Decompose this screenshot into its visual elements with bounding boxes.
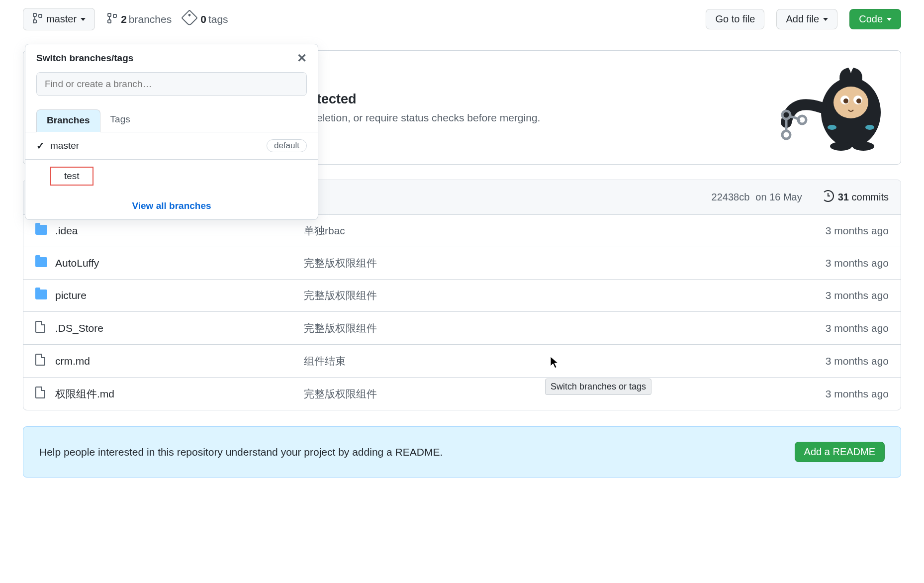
branch-icon <box>107 12 121 26</box>
add-file-label: Add file <box>786 13 819 25</box>
svg-point-1 <box>833 87 868 118</box>
file-age: 3 months ago <box>779 355 889 367</box>
add-readme-button[interactable]: Add a README <box>795 442 885 462</box>
default-badge: default <box>267 139 307 152</box>
octocat-illustration <box>756 63 886 152</box>
file-row[interactable]: AutoLuffy完整版权限组件3 months ago <box>23 247 901 280</box>
svg-point-5 <box>856 98 861 103</box>
branches-label: branches <box>129 13 172 25</box>
history-icon <box>822 190 838 204</box>
commits-count: 31 <box>838 192 849 203</box>
readme-prompt: Help people interested in this repositor… <box>23 426 901 478</box>
branches-count: 2 <box>121 13 127 25</box>
commits-label: commits <box>852 192 889 203</box>
tooltip: Switch branches or tags <box>545 379 651 395</box>
file-age: 3 months ago <box>779 388 889 400</box>
branch-search-input[interactable] <box>36 72 307 96</box>
branch-switcher-popover: Switch branches/tags ✕ Branches Tags ✓ma… <box>25 44 318 220</box>
file-icon <box>35 387 45 398</box>
tag-icon <box>184 12 200 26</box>
file-icon <box>35 321 45 333</box>
folder-icon <box>35 225 47 235</box>
file-row[interactable]: .DS_Store完整版权限组件3 months ago <box>23 312 901 345</box>
commit-message[interactable]: 完整版权限组件 <box>304 289 779 302</box>
branch-name: master <box>50 140 79 151</box>
branches-link[interactable]: 2 branches <box>107 12 172 26</box>
svg-point-12 <box>865 125 874 130</box>
commit-message[interactable]: 完整版权限组件 <box>304 387 779 401</box>
branch-switcher-button[interactable]: master <box>23 8 95 30</box>
file-icon <box>35 354 45 366</box>
chevron-down-icon <box>81 18 86 21</box>
file-name[interactable]: .idea <box>55 225 304 237</box>
file-name[interactable]: crm.md <box>55 355 304 367</box>
check-icon: ✓ <box>36 140 50 152</box>
code-label: Code <box>859 13 883 25</box>
code-button[interactable]: Code <box>849 9 901 29</box>
popover-title: Switch branches/tags <box>36 53 133 64</box>
add-file-button[interactable]: Add file <box>776 9 837 29</box>
file-age: 3 months ago <box>779 290 889 301</box>
tags-label: tags <box>208 13 228 25</box>
tags-link[interactable]: 0 tags <box>184 12 228 26</box>
view-all-branches-link[interactable]: View all branches <box>25 193 318 219</box>
svg-point-3 <box>843 98 848 103</box>
file-name[interactable]: .DS_Store <box>55 322 304 334</box>
file-row[interactable]: 权限组件.md完整版权限组件3 months ago <box>23 378 901 410</box>
file-age: 3 months ago <box>779 225 889 237</box>
commit-sha[interactable]: 22438cb <box>712 192 750 203</box>
file-row[interactable]: crm.md组件结束3 months ago <box>23 345 901 378</box>
file-row[interactable]: picture完整版权限组件3 months ago <box>23 280 901 312</box>
branch-item-master[interactable]: ✓masterdefault <box>25 132 318 160</box>
svg-point-7 <box>782 131 790 139</box>
folder-icon <box>35 257 47 267</box>
commit-date: on 16 May <box>755 192 802 203</box>
branch-item-test[interactable]: test <box>25 160 318 193</box>
commit-message[interactable]: 完整版权限组件 <box>304 321 779 335</box>
file-name[interactable]: 权限组件.md <box>55 387 304 401</box>
cursor-icon <box>550 356 560 369</box>
commits-link[interactable]: 31 commits <box>822 190 889 204</box>
file-name[interactable]: picture <box>55 290 304 301</box>
tab-branches[interactable]: Branches <box>36 109 100 132</box>
branch-icon <box>32 12 46 26</box>
commit-message[interactable]: 完整版权限组件 <box>304 256 779 270</box>
file-name[interactable]: AutoLuffy <box>55 257 304 269</box>
svg-point-9 <box>830 142 852 151</box>
svg-point-11 <box>828 125 836 130</box>
commit-message[interactable]: 组件结束 <box>304 354 779 368</box>
go-to-file-button[interactable]: Go to file <box>706 9 764 29</box>
branch-name: test <box>50 167 93 186</box>
folder-icon <box>35 290 47 299</box>
close-icon[interactable]: ✕ <box>297 51 307 65</box>
readme-prompt-text: Help people interested in this repositor… <box>39 446 443 458</box>
svg-point-10 <box>852 142 874 151</box>
file-age: 3 months ago <box>779 257 889 269</box>
tab-tags[interactable]: Tags <box>100 109 140 132</box>
current-branch-label: master <box>46 13 77 25</box>
chevron-down-icon <box>887 18 892 21</box>
file-age: 3 months ago <box>779 322 889 334</box>
commit-message[interactable]: 单独rbac <box>304 224 779 238</box>
chevron-down-icon <box>823 18 828 21</box>
tags-count: 0 <box>200 13 206 25</box>
